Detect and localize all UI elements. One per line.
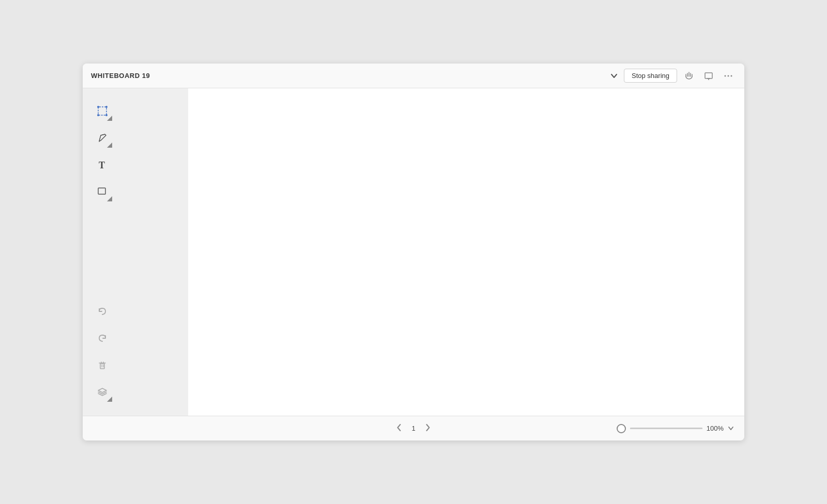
redo-icon: [97, 333, 108, 344]
trash-icon: [97, 359, 108, 371]
page-number: 1: [411, 424, 415, 432]
svg-point-7: [97, 106, 99, 108]
main-content: A B: [83, 88, 744, 416]
layers-button[interactable]: [91, 381, 114, 403]
select-icon: [97, 105, 108, 117]
text-icon: T: [97, 159, 108, 170]
svg-rect-0: [705, 73, 712, 78]
redo-button[interactable]: [91, 327, 114, 350]
svg-rect-13: [98, 188, 105, 194]
prev-icon: [396, 423, 402, 432]
chevron-down-button[interactable]: [608, 70, 620, 82]
zoom-slider[interactable]: [630, 428, 702, 429]
hand-icon: [684, 71, 694, 81]
zoom-slider-track: [630, 428, 702, 429]
text-tool-button[interactable]: T: [91, 153, 114, 176]
svg-point-9: [97, 114, 99, 116]
whiteboard-title: WHITEBOARD 19: [91, 72, 150, 80]
zoom-chevron-icon: [728, 426, 734, 431]
hand-raise-button[interactable]: [681, 69, 697, 83]
bottom-bar: 1 100%: [83, 416, 744, 440]
layers-icon: [97, 386, 108, 398]
select-tool-button[interactable]: [91, 100, 114, 122]
svg-rect-14: [100, 364, 104, 369]
svg-point-10: [105, 114, 108, 116]
more-icon: [724, 71, 733, 81]
chevron-down-icon: [610, 72, 618, 80]
svg-text:T: T: [99, 160, 105, 170]
svg-point-3: [725, 75, 726, 76]
whiteboard-canvas[interactable]: [188, 88, 744, 416]
stop-sharing-button[interactable]: Stop sharing: [624, 69, 677, 83]
svg-point-5: [731, 75, 732, 76]
zoom-control: 100%: [414, 424, 734, 433]
prev-page-button[interactable]: [393, 421, 405, 435]
shape-icon: [97, 186, 108, 197]
undo-icon: [97, 306, 108, 317]
next-icon: [425, 423, 431, 432]
screen-icon: [704, 71, 713, 81]
undo-button[interactable]: [91, 300, 114, 323]
header-bar: WHITEBOARD 19 Stop sharing: [83, 64, 744, 88]
zoom-chevron-button[interactable]: [728, 425, 734, 432]
toolbar-spacer: [83, 204, 188, 297]
page-navigation: 1: [393, 421, 434, 435]
header-right: Stop sharing: [608, 69, 736, 83]
shape-tool-button[interactable]: [91, 180, 114, 203]
fit-screen-button[interactable]: [701, 69, 716, 83]
pen-icon: [97, 132, 108, 144]
pen-tool-button[interactable]: [91, 127, 114, 149]
svg-rect-6: [98, 107, 106, 115]
whiteboard-window: WHITEBOARD 19 Stop sharing: [83, 64, 744, 440]
svg-point-8: [105, 106, 108, 108]
zoom-circle-handle: [617, 424, 626, 433]
sidebar-toolbar: A B: [83, 88, 188, 416]
next-page-button[interactable]: [422, 421, 434, 435]
delete-button[interactable]: [91, 354, 114, 376]
more-options-button[interactable]: [721, 69, 736, 83]
svg-point-4: [728, 75, 729, 76]
header-left: WHITEBOARD 19: [91, 72, 150, 80]
zoom-value: 100%: [707, 424, 724, 432]
